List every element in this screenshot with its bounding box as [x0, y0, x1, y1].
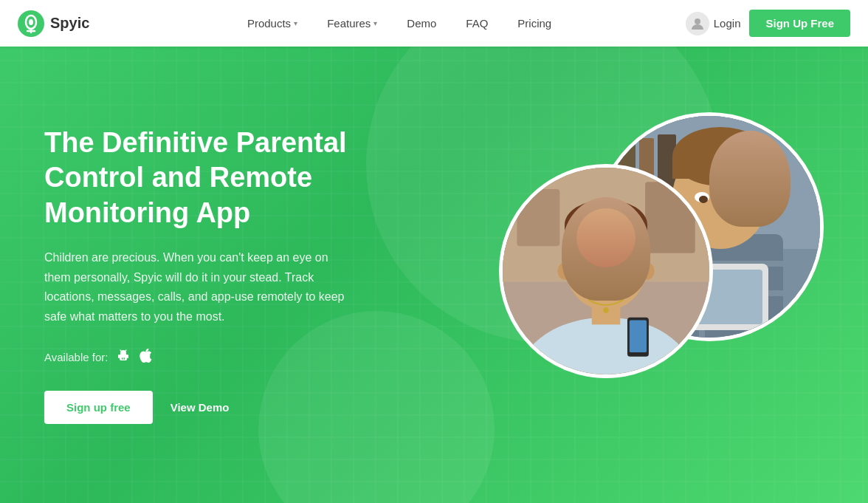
android-icon [115, 347, 131, 367]
nav-features[interactable]: Features ▾ [312, 0, 392, 47]
nav-demo[interactable]: Demo [392, 0, 451, 47]
features-chevron-icon: ▾ [373, 19, 377, 27]
spyic-logo-icon [18, 10, 44, 37]
svg-point-38 [565, 218, 647, 311]
woman-photo-circle [499, 164, 713, 378]
hero-title: The Definitive Parental Control and Remo… [44, 126, 384, 231]
hero-images [484, 90, 838, 459]
nav-faq[interactable]: FAQ [451, 0, 503, 47]
svg-rect-7 [127, 355, 128, 358]
svg-point-56 [603, 307, 609, 313]
nav-products[interactable]: Products ▾ [232, 0, 312, 47]
nav-pricing[interactable]: Pricing [503, 0, 566, 47]
brand-name: Spyic [50, 15, 89, 32]
hero-signup-button[interactable]: Sign up free [44, 391, 153, 424]
navbar-right: Login Sign Up Free [686, 10, 850, 37]
svg-point-44 [640, 262, 654, 279]
user-avatar-icon [686, 12, 709, 35]
available-label: Available for: [44, 351, 108, 363]
svg-rect-46 [613, 259, 638, 276]
svg-rect-35 [645, 182, 695, 253]
svg-point-43 [557, 262, 571, 279]
hero-demo-button[interactable]: View Demo [170, 401, 230, 414]
signup-free-button[interactable]: Sign Up Free [749, 10, 850, 37]
svg-point-39 [565, 199, 647, 250]
svg-point-5 [695, 18, 700, 24]
svg-line-11 [125, 350, 127, 352]
hero-section: The Definitive Parental Control and Remo… [0, 47, 868, 503]
products-chevron-icon: ▾ [294, 19, 297, 27]
svg-rect-41 [565, 236, 647, 250]
svg-rect-6 [118, 355, 120, 358]
available-for: Available for: [44, 347, 384, 367]
hero-content: The Definitive Parental Control and Remo… [0, 126, 428, 424]
svg-rect-40 [565, 225, 647, 253]
svg-point-51 [618, 261, 632, 273]
svg-point-53 [621, 264, 630, 273]
svg-point-50 [579, 261, 593, 273]
svg-line-10 [120, 350, 122, 352]
brand-logo[interactable]: Spyic [18, 10, 89, 37]
svg-point-28 [736, 196, 745, 203]
login-button[interactable]: Login [686, 12, 741, 35]
svg-point-42 [565, 228, 647, 250]
svg-point-52 [582, 264, 591, 273]
svg-rect-34 [517, 189, 559, 246]
svg-rect-9 [124, 357, 125, 360]
main-nav: Products ▾ Features ▾ Demo FAQ Pricing [113, 0, 685, 47]
svg-point-26 [731, 192, 746, 202]
apple-icon [139, 347, 154, 367]
svg-rect-55 [630, 321, 647, 352]
svg-point-29 [717, 209, 724, 215]
navbar: Spyic Products ▾ Features ▾ Demo FAQ Pri… [0, 0, 868, 47]
svg-point-2 [29, 19, 33, 25]
hero-description: Children are precious. When you can't ke… [44, 248, 354, 326]
svg-rect-45 [574, 259, 600, 276]
woman-photo [503, 168, 709, 374]
svg-rect-8 [122, 357, 123, 360]
hero-buttons: Sign up free View Demo [44, 391, 384, 424]
